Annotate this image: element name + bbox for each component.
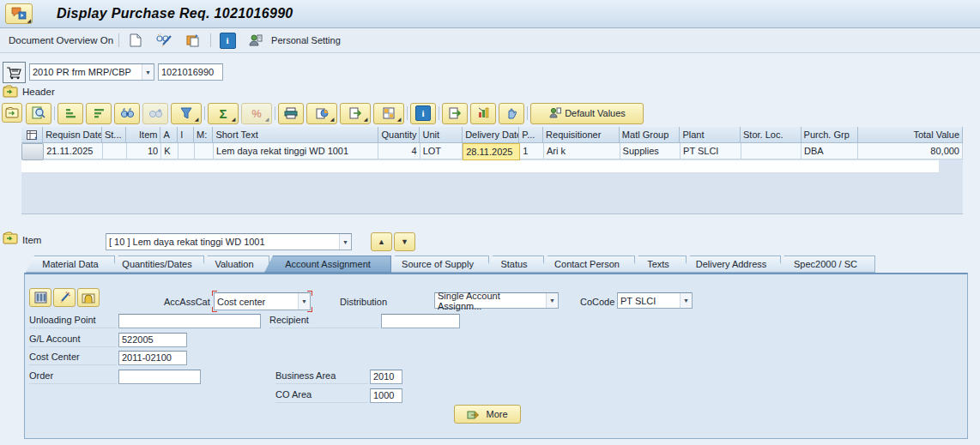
previous-item-button[interactable]: ▲	[371, 232, 392, 251]
information-button[interactable]: i	[216, 30, 239, 51]
change-display-button[interactable]	[53, 288, 76, 307]
gl-account-field[interactable]: 522005	[118, 333, 187, 347]
tab-source-of-supply[interactable]: Source of Supply	[386, 256, 489, 273]
col-header-stor-loc[interactable]: Stor. Loc.	[741, 127, 802, 143]
more-button[interactable]: More	[454, 405, 521, 424]
cell-m[interactable]	[195, 143, 214, 159]
col-header-requisitioner[interactable]: Requisitioner	[543, 127, 620, 143]
display-change-button[interactable]	[152, 30, 176, 51]
cell-quantity[interactable]: 4	[378, 143, 420, 159]
tab-material-data[interactable]: Material Data	[26, 256, 115, 273]
cell-stor-loc[interactable]	[741, 143, 802, 159]
order-label: Order	[29, 370, 117, 384]
personal-setting-icon-wrap[interactable]	[244, 30, 266, 51]
find-next-button[interactable]	[142, 103, 168, 124]
col-header-status[interactable]: St...	[102, 127, 126, 143]
print-button[interactable]	[278, 103, 304, 124]
personal-setting-button[interactable]: Personal Setting	[271, 35, 341, 45]
cell-status[interactable]	[103, 143, 127, 159]
cell-total-value[interactable]: 80,000	[858, 143, 963, 159]
col-header-purch-grp[interactable]: Purch. Grp	[802, 127, 858, 143]
total-button[interactable]: Σ ◢	[208, 103, 239, 124]
document-overview-button[interactable]: Document Overview On	[9, 35, 113, 45]
tab-quantities-dates[interactable]: Quantities/Dates	[110, 256, 204, 273]
multiple-account-assignment-button[interactable]	[29, 288, 51, 307]
order-field[interactable]	[118, 370, 201, 384]
tab-valuation[interactable]: Valuation	[199, 256, 269, 273]
services-menu-button[interactable]: ◢	[5, 3, 33, 24]
details-button[interactable]	[26, 103, 51, 124]
cell-p[interactable]: 1	[520, 143, 544, 159]
cell-short-text[interactable]: Lem daya rekat tinggi WD 1001	[214, 143, 378, 159]
cell-matl-group[interactable]: Supplies	[620, 143, 681, 159]
header-expand-button[interactable]	[3, 85, 19, 100]
layout-button[interactable]: ◢	[373, 103, 404, 124]
cell-unit[interactable]: LOT	[420, 143, 463, 159]
tab-contact-person[interactable]: Contact Person	[539, 256, 635, 273]
create-document-button[interactable]	[124, 30, 147, 51]
col-header-matl-group[interactable]: Matl Group	[620, 127, 681, 143]
find-button[interactable]	[114, 103, 140, 124]
col-header-short-text[interactable]: Short Text	[213, 127, 378, 143]
tab-spec2000-sc[interactable]: Spec2000 / SC	[776, 256, 875, 273]
document-type-select[interactable]: 2010 PR frm MRP/CBP ▼	[29, 63, 154, 81]
shopping-cart-button[interactable]	[3, 62, 26, 83]
refresh-document-button[interactable]	[442, 103, 468, 124]
cell-delivery-date[interactable]: 28.11.2025	[463, 143, 520, 160]
repeat-account-assignment-button[interactable]	[77, 288, 100, 307]
document-type-value: 2010 PR frm MRP/CBP	[33, 67, 131, 77]
col-header-i[interactable]: I	[178, 127, 194, 143]
col-header-unit[interactable]: Unit	[420, 127, 463, 143]
document-arrow-icon	[449, 107, 462, 119]
col-header-requisn-date[interactable]: Requisn Date	[43, 127, 102, 143]
col-header-delivery-date[interactable]: Delivery Date	[463, 127, 519, 143]
col-header-total-value[interactable]: Total Value	[858, 127, 963, 143]
item-expand-button[interactable]	[3, 232, 19, 247]
sort-descending-button[interactable]	[86, 103, 112, 124]
cell-item[interactable]: 10	[127, 143, 162, 159]
col-header-plant[interactable]: Plant	[680, 127, 741, 143]
hold-button[interactable]	[499, 103, 524, 124]
row-select-button[interactable]	[21, 143, 44, 160]
set-filter-button[interactable]: ◢	[171, 103, 202, 124]
co-area-field[interactable]: 1000	[370, 388, 402, 403]
distribution-select[interactable]: Single Account Assignm... ▼	[434, 292, 559, 309]
next-item-button[interactable]: ▼	[394, 232, 415, 251]
subtotal-button[interactable]: % ◢	[241, 103, 272, 124]
grid-corner-header[interactable]	[21, 127, 43, 143]
default-values-button[interactable]: Default Values	[530, 103, 644, 124]
recipient-field[interactable]	[381, 314, 460, 328]
collapse-grid-button[interactable]	[2, 103, 22, 123]
col-header-quantity[interactable]: Quantity	[378, 127, 420, 143]
co-code-select[interactable]: PT SLCI ▼	[617, 292, 693, 309]
item-select[interactable]: [ 10 ] Lem daya rekat tinggi WD 1001 ▼	[106, 233, 352, 250]
business-area-field[interactable]: 2010	[370, 370, 402, 384]
tab-status[interactable]: Status	[484, 256, 544, 273]
cell-requisn-date[interactable]: 21.11.2025	[44, 143, 103, 159]
cell-a[interactable]: K	[161, 143, 178, 159]
tab-account-assignment[interactable]: Account Assignment	[264, 256, 391, 273]
export-button[interactable]: ◢	[340, 103, 371, 124]
cell-plant[interactable]: PT SLCI	[681, 143, 741, 159]
tab-delivery-address[interactable]: Delivery Address	[681, 256, 781, 273]
cell-requisitioner[interactable]: Ari k	[544, 143, 620, 159]
unloading-point-field[interactable]	[118, 314, 261, 328]
cell-purch-grp[interactable]: DBA	[802, 143, 858, 159]
document-number-field[interactable]: 1021016990	[158, 63, 223, 81]
export-icon	[349, 107, 362, 119]
cell-i[interactable]	[178, 143, 195, 159]
cost-center-field[interactable]: 2011-02100	[118, 351, 187, 365]
col-header-item[interactable]: Item	[126, 127, 161, 143]
pencil-wand-icon	[58, 292, 71, 304]
col-header-m[interactable]: M:	[194, 127, 213, 143]
acc-ass-cat-select[interactable]: Cost center ▼	[214, 292, 311, 310]
sort-ascending-button[interactable]	[57, 103, 83, 124]
more-label: More	[486, 409, 507, 419]
col-header-a[interactable]: A	[160, 127, 178, 143]
copy-document-button[interactable]	[181, 30, 205, 51]
views-button[interactable]: ◢	[306, 103, 337, 124]
col-header-p[interactable]: P...	[519, 127, 543, 143]
tab-texts[interactable]: Texts	[630, 256, 687, 273]
grid-info-button[interactable]: i	[410, 103, 436, 124]
graphic-button[interactable]	[470, 103, 496, 124]
